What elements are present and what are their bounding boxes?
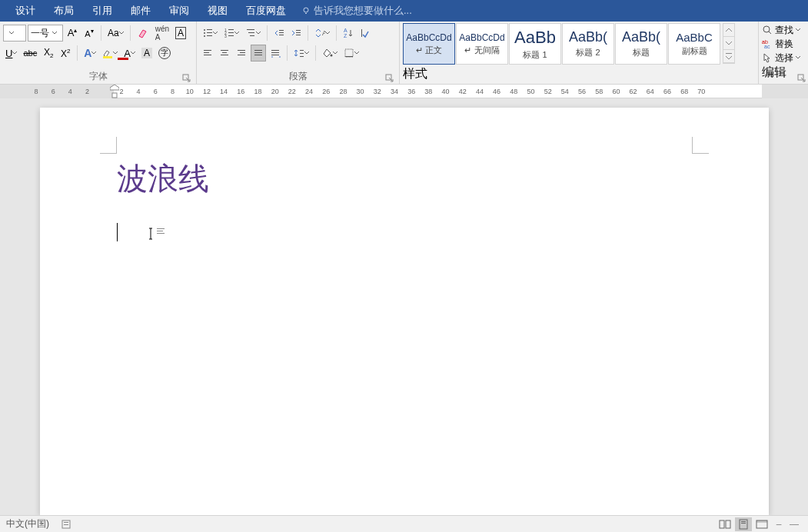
font-dialog-launcher-icon[interactable]	[182, 74, 191, 83]
ribbon: 一号 A▴ A▾ Aa wénA A U abc X2 X2 A A A	[0, 22, 808, 85]
style-item-1[interactable]: AaBbCcDd↵ 无间隔	[456, 23, 508, 65]
bulb-icon	[301, 6, 311, 15]
svg-rect-62	[720, 520, 724, 528]
align-right-button[interactable]	[234, 45, 249, 62]
svg-rect-28	[204, 50, 211, 51]
menu-review[interactable]: 审阅	[160, 0, 198, 22]
style-item-3[interactable]: AaBb(标题 2	[562, 23, 614, 65]
svg-rect-50	[726, 53, 732, 54]
numbering-button[interactable]: 123	[221, 25, 241, 42]
indent-marker-icon[interactable]	[110, 85, 119, 98]
font-color-button[interactable]: A	[121, 45, 138, 62]
language-status[interactable]: 中文(中国)	[6, 517, 49, 530]
svg-point-0	[304, 8, 308, 12]
change-case-button[interactable]: Aa	[105, 25, 126, 42]
increase-indent-button[interactable]	[288, 25, 304, 42]
svg-rect-47	[345, 49, 353, 57]
menu-design[interactable]: 设计	[6, 0, 45, 22]
svg-rect-48	[345, 56, 353, 57]
document-heading[interactable]: 波浪线	[117, 158, 692, 200]
horizontal-ruler[interactable]: 8642246810121416182022242628303234363840…	[0, 85, 808, 98]
document-area[interactable]: 波浪线	[0, 98, 808, 515]
char-shading-button[interactable]: A	[139, 45, 155, 62]
asian-layout-button[interactable]: A	[312, 25, 332, 42]
menu-mail[interactable]: 邮件	[121, 0, 160, 22]
select-button[interactable]: 选择	[762, 51, 805, 65]
web-layout-button[interactable]	[753, 517, 770, 531]
svg-rect-43	[300, 50, 304, 51]
superscript-button[interactable]: X2	[58, 45, 73, 62]
svg-text:A: A	[344, 28, 347, 33]
shading-button[interactable]	[320, 45, 340, 62]
svg-rect-15	[247, 29, 254, 30]
svg-rect-1	[103, 56, 112, 58]
multilevel-button[interactable]	[243, 25, 263, 42]
sort-button[interactable]: AZ	[341, 25, 356, 42]
accessibility-icon[interactable]	[60, 519, 72, 530]
svg-rect-16	[248, 32, 254, 33]
replace-button[interactable]: abac替换	[762, 37, 805, 51]
menu-baidu[interactable]: 百度网盘	[237, 0, 295, 22]
svg-rect-22	[296, 32, 301, 33]
font-name-combo[interactable]	[3, 25, 26, 42]
svg-rect-35	[240, 52, 245, 53]
styles-group-label: 样式	[403, 66, 755, 82]
style-item-0[interactable]: AaBbCcDd↵ 正文	[403, 23, 455, 65]
font-group-label: 字体	[3, 70, 193, 84]
style-item-2[interactable]: AaBb标题 1	[509, 23, 561, 65]
strike-button[interactable]: abc	[21, 45, 39, 62]
find-button[interactable]: 查找	[762, 23, 805, 37]
line-spacing-button[interactable]	[291, 45, 311, 62]
menu-reference[interactable]: 引用	[83, 0, 121, 22]
align-center-button[interactable]	[217, 45, 232, 62]
menu-layout[interactable]: 布局	[45, 0, 83, 22]
gallery-more-button[interactable]	[723, 50, 734, 63]
svg-rect-27	[361, 29, 362, 37]
decrease-indent-button[interactable]	[271, 25, 287, 42]
svg-rect-45	[300, 56, 304, 57]
font-size-combo[interactable]: 一号	[28, 25, 63, 42]
para-dialog-launcher-icon[interactable]	[385, 74, 394, 83]
read-mode-button[interactable]	[717, 517, 733, 531]
subscript-button[interactable]: X2	[41, 45, 56, 62]
distribute-button[interactable]	[268, 45, 283, 62]
bullets-button[interactable]	[200, 25, 220, 42]
enclose-char-button[interactable]: 字	[156, 45, 173, 62]
cursor-icon	[762, 52, 773, 63]
svg-rect-34	[238, 50, 245, 51]
svg-rect-36	[238, 55, 245, 55]
align-justify-button[interactable]	[251, 45, 266, 62]
svg-rect-42	[271, 55, 279, 55]
replace-icon: abac	[762, 38, 773, 49]
show-marks-button[interactable]	[357, 25, 373, 42]
align-left-button[interactable]	[200, 45, 215, 62]
print-layout-button[interactable]	[735, 517, 752, 531]
svg-text:ac: ac	[764, 44, 770, 49]
char-border-button[interactable]: A	[173, 25, 188, 42]
gallery-up-button[interactable]	[723, 24, 734, 37]
grow-font-button[interactable]: A▴	[65, 25, 80, 42]
underline-button[interactable]: U	[3, 45, 19, 62]
svg-rect-55	[112, 93, 117, 98]
borders-button[interactable]	[341, 45, 361, 62]
svg-rect-41	[271, 52, 279, 53]
svg-point-52	[763, 26, 770, 32]
svg-rect-40	[271, 50, 279, 51]
clear-format-button[interactable]	[135, 25, 151, 42]
styles-group: AaBbCcDd↵ 正文AaBbCcDd↵ 无间隔AaBb标题 1AaBb(标题…	[400, 22, 759, 84]
page[interactable]: 波浪线	[40, 108, 769, 515]
tell-me[interactable]: 告诉我您想要做什么...	[301, 4, 412, 18]
style-gallery: AaBbCcDd↵ 正文AaBbCcDd↵ 无间隔AaBb标题 1AaBb(标题…	[403, 23, 755, 66]
style-item-5[interactable]: AaBbC副标题	[668, 23, 720, 65]
svg-text:3: 3	[224, 34, 227, 38]
font-group: 一号 A▴ A▾ Aa wénA A U abc X2 X2 A A A	[0, 22, 197, 84]
phonetic-button[interactable]: wénA	[153, 25, 171, 42]
text-effect-button[interactable]: A	[81, 45, 98, 62]
menu-view[interactable]: 视图	[198, 0, 237, 22]
svg-rect-8	[207, 35, 212, 36]
style-item-4[interactable]: AaBb(标题	[615, 23, 667, 65]
shrink-font-button[interactable]: A▾	[81, 25, 97, 42]
gallery-down-button[interactable]	[723, 37, 734, 50]
styles-dialog-launcher-icon[interactable]	[797, 74, 806, 83]
svg-point-5	[204, 32, 205, 34]
